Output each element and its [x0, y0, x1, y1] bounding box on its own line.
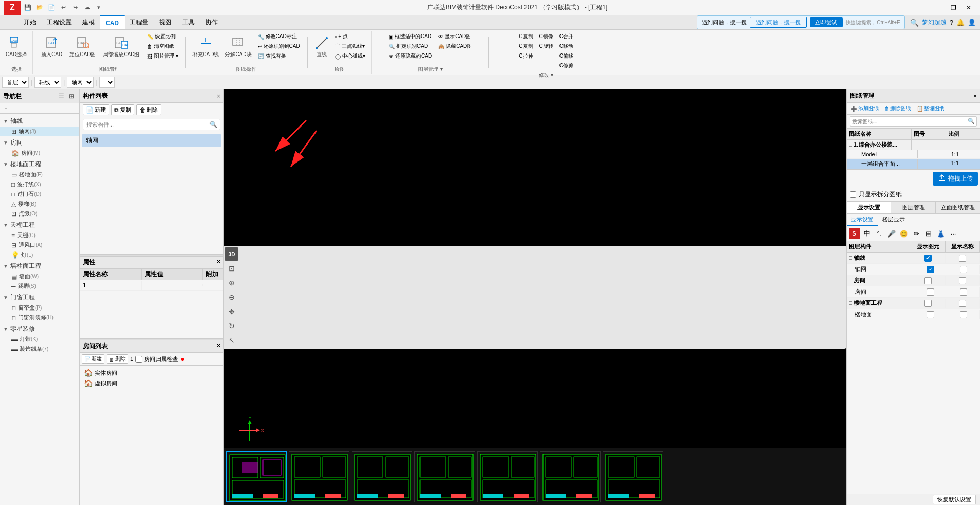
- lr-room-group-name-cb[interactable]: [959, 277, 966, 284]
- nav-list-view-btn[interactable]: ☰: [57, 92, 66, 101]
- split-cad-btn[interactable]: 分解CAD块: [222, 32, 254, 62]
- nav-section-wall-header[interactable]: ▼ 墙柱面工程: [0, 261, 79, 272]
- locate-cad-btn[interactable]: CAD 定位CAD图: [67, 32, 98, 62]
- c-combine-btn[interactable]: C合并: [557, 32, 576, 41]
- nav-item-vent[interactable]: ⊟ 通风口 (A): [0, 240, 79, 250]
- nav-item-light-strip[interactable]: ▬ 灯带 (K): [0, 334, 79, 344]
- tab-collab[interactable]: 协作: [200, 15, 223, 29]
- nav-item-point[interactable]: ⊡ 点缀 (O): [0, 209, 79, 219]
- tab-view[interactable]: 视图: [154, 15, 177, 29]
- thumbnail-6[interactable]: [540, 451, 601, 502]
- c-mirror-btn[interactable]: C镜像: [537, 32, 556, 41]
- restore-hidden-btn[interactable]: 👁 还原隐藏的CAD: [386, 51, 434, 61]
- help-icon[interactable]: ?: [950, 19, 953, 26]
- view-3d-btn[interactable]: 3D: [225, 247, 238, 261]
- find-replace-btn[interactable]: 🔄 查找替换: [255, 51, 303, 61]
- nav-item-door-stone[interactable]: □ 过门石 (D): [0, 189, 79, 199]
- component-item-axis-grid[interactable]: 轴网: [82, 134, 221, 147]
- drawing-row-floor1[interactable]: 一层组合平面... 1:1: [847, 159, 980, 169]
- lr-floor-group-check[interactable]: [924, 300, 932, 307]
- room-归属-check[interactable]: [135, 356, 142, 363]
- img-mgmt-btn[interactable]: 🖼 图片管理 ▾: [145, 51, 181, 61]
- view-zoom-out-btn[interactable]: ⊖: [225, 291, 238, 304]
- nav-section-zero-header[interactable]: ▼ 零星装修: [0, 323, 79, 334]
- component-search-input[interactable]: [83, 119, 220, 130]
- identify-cad-btn[interactable]: 🔍 框定识别CAD: [386, 42, 434, 51]
- qa-dropdown[interactable]: ▾: [94, 3, 104, 13]
- lr-floor-group-name-cb[interactable]: [959, 300, 966, 307]
- thumbnail-3[interactable]: [352, 451, 412, 502]
- select-in-cad-btn[interactable]: ▣ 框选适中的CAD: [386, 32, 434, 41]
- draw-group-label[interactable]: 绘图: [335, 66, 345, 73]
- comp-delete-btn[interactable]: 🗑 删除: [136, 104, 161, 115]
- minimize-btn[interactable]: ─: [931, 2, 945, 13]
- thumbnail-2[interactable]: [289, 451, 349, 502]
- layer-icon-grid[interactable]: ⊞: [923, 228, 934, 239]
- layer-tab-display[interactable]: 显示设置: [847, 202, 891, 213]
- thumbnail-1[interactable]: [226, 451, 287, 502]
- nav-item-door-modify[interactable]: ⊓ 门窗洞装修 (H): [0, 313, 79, 322]
- component-close-btn[interactable]: ×: [217, 93, 220, 100]
- lr-floor-name-cb[interactable]: [960, 311, 967, 318]
- layer-icon-dot[interactable]: °.: [873, 228, 885, 239]
- qa-cloud[interactable]: ☁: [82, 3, 92, 13]
- nav-item-floor[interactable]: ▭ 楼地面 (F): [0, 170, 79, 179]
- drawing-ops-group-label[interactable]: 图纸操作: [236, 66, 256, 73]
- z-logo[interactable]: Z: [4, 1, 21, 15]
- drawing-search-input[interactable]: [850, 116, 977, 127]
- cad-select-btn[interactable]: CAD CAD选择: [3, 32, 29, 62]
- insert-cad-btn[interactable]: CAD 插入CAD: [39, 32, 65, 62]
- room-item-virtual[interactable]: 🏠 虚拟房间: [82, 378, 221, 388]
- nav-item-ceiling[interactable]: ≡ 天棚 (C): [0, 230, 79, 240]
- nav-item-wall[interactable]: ▤ 墙面 (W): [0, 272, 79, 281]
- canvas-area[interactable]: 3D ⊡ ⊕ ⊖ ✥ ↻ ↖ Y X: [224, 89, 846, 505]
- thumbnail-5[interactable]: [477, 451, 538, 502]
- drawing-mgmt-group-label[interactable]: 图纸管理: [99, 66, 120, 73]
- center-arc-btn[interactable]: ◯ 中心弧线▾: [332, 51, 368, 61]
- layer-icon-mic[interactable]: 🎤: [886, 228, 897, 239]
- view-pan-btn[interactable]: ✥: [225, 305, 238, 318]
- room-close-btn[interactable]: ×: [217, 342, 220, 351]
- close-btn[interactable]: ✕: [961, 2, 976, 13]
- c-rotate-btn[interactable]: C旋转: [537, 42, 556, 51]
- lr-room-check[interactable]: [927, 288, 934, 296]
- grid-select[interactable]: 轴网: [67, 77, 94, 88]
- view-select-btn[interactable]: ↖: [225, 334, 238, 347]
- nav-item-light[interactable]: 💡 灯 (L): [0, 250, 79, 260]
- comp-new-btn[interactable]: 📄 新建: [83, 104, 109, 115]
- tab-cad[interactable]: CAD: [100, 15, 125, 29]
- show-cad-btn[interactable]: 👁 显示CAD图: [435, 32, 475, 41]
- only-split-checkbox[interactable]: [850, 191, 856, 198]
- view-zoom-in-btn[interactable]: ⊕: [225, 276, 238, 290]
- qa-save[interactable]: 💾: [23, 3, 33, 13]
- qa-undo[interactable]: ↩: [58, 3, 68, 13]
- layer-sub-floor[interactable]: 楼层显示: [878, 214, 909, 226]
- room-new-btn[interactable]: 📄 新建: [82, 354, 104, 364]
- layer-icon-center[interactable]: 中: [861, 228, 872, 239]
- nav-item-axis-grid[interactable]: ⊞ 轴网 (J): [0, 127, 79, 136]
- supplement-cad-btn[interactable]: 补充CAD线: [190, 32, 221, 62]
- three-point-btn[interactable]: ⌒ 三点弧线▾: [332, 42, 368, 51]
- lr-axis-grid-check[interactable]: ✓: [927, 266, 934, 273]
- qa-new[interactable]: 📄: [46, 3, 57, 13]
- point-btn[interactable]: • + 点: [332, 32, 368, 41]
- props-close-btn[interactable]: ×: [217, 258, 220, 267]
- nav-section-room-header[interactable]: ▼ 房间: [0, 137, 79, 148]
- modify-group-label[interactable]: 修改 ▾: [539, 71, 553, 79]
- layer-icon-more[interactable]: ···: [948, 228, 959, 239]
- room-delete-btn[interactable]: 🗑 删除: [107, 354, 128, 364]
- view-zoom-fit-btn[interactable]: ⊡: [225, 262, 238, 275]
- thumbnail-7[interactable]: [603, 451, 663, 502]
- layer-icon-s[interactable]: S: [849, 228, 860, 239]
- nav-minus[interactable]: －: [3, 105, 9, 111]
- nav-grid-view-btn[interactable]: ⊞: [67, 92, 76, 101]
- zoom-cad-btn[interactable]: CADCAD 局部缩放CAD图: [100, 32, 142, 62]
- restore-to-cad-btn[interactable]: ↩ 还原识别到CAD: [255, 42, 303, 51]
- nav-item-wave[interactable]: □ 波打线 (X): [0, 179, 79, 189]
- hide-cad-btn[interactable]: 🙈 隐藏CAD图: [435, 42, 475, 51]
- layer-sub-display[interactable]: 显示设置: [847, 214, 878, 226]
- nav-section-axis-header[interactable]: ▼ 轴线: [0, 116, 79, 127]
- layer-mgmt-group-label[interactable]: 图层管理 ▾: [418, 66, 443, 73]
- tab-project-settings[interactable]: 工程设置: [42, 15, 77, 29]
- lr-axis-group-name-cb[interactable]: [959, 255, 966, 262]
